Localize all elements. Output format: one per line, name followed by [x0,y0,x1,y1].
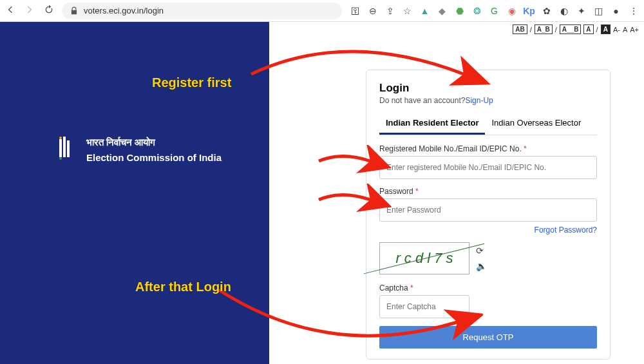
back-icon[interactable] [5,5,15,17]
ext9-icon[interactable]: ◐ [558,5,569,16]
ext1-icon[interactable]: ▲ [419,5,430,16]
captcha-input[interactable] [379,295,469,318]
accessibility-bar: AB/ A_B/ A__B A/ A A- A A+ [513,24,639,34]
signup-prompt: Do not have an account?Sign-Up [379,96,597,105]
svg-rect-0 [59,139,62,157]
captcha-image: r c d l 7 s [379,242,469,274]
a11y-decrease[interactable]: A- [613,26,620,34]
ext8-icon[interactable]: ✿ [541,5,552,16]
a11y-theme1[interactable]: A [583,24,593,34]
login-title: Login [379,82,597,95]
menu-icon[interactable]: ⋮ [628,5,639,16]
tab-overseas[interactable]: Indian Overseas Elector [485,113,587,135]
a11y-normal[interactable]: A [623,26,627,34]
signup-link[interactable]: Sign-Up [465,96,493,105]
key-icon[interactable]: ⚿ [350,5,361,16]
request-otp-button[interactable]: Request OTP [379,326,597,349]
svg-point-5 [59,157,62,160]
url-text: voters.eci.gov.in/login [84,6,164,15]
brand-english: Election Commission of India [86,152,222,163]
eci-logo-icon [58,137,77,160]
puzzle-icon[interactable]: ✦ [576,5,587,16]
ext3-icon[interactable]: ⬣ [454,5,465,16]
forward-icon[interactable] [24,5,35,17]
a11y-a_b[interactable]: A_B [535,24,553,34]
avatar-icon[interactable]: ● [611,5,621,16]
main-panel: AB/ A_B/ A__B A/ A A- A A+ Login Do not … [269,22,644,364]
share-icon[interactable]: ⇪ [384,5,395,16]
id-label: Registered Mobile No./Email ID/EPIC No. … [379,144,597,153]
browser-toolbar: voters.eci.gov.in/login ⚿ ⊖ ⇪ ☆ ▲ ◆ ⬣ ❂ … [0,0,644,22]
forgot-password-link[interactable]: Forgot Password? [535,225,597,235]
annotation-register: Register first [152,75,231,90]
star-icon[interactable]: ☆ [402,5,413,16]
zoom-icon[interactable]: ⊖ [367,5,378,16]
a11y-a__b[interactable]: A__B [560,24,582,34]
a11y-increase[interactable]: A+ [630,26,639,34]
a11y-theme2[interactable]: A [601,24,611,34]
reload-icon[interactable] [44,5,54,17]
ext4-icon[interactable]: ❂ [471,5,482,16]
lock-icon [70,6,79,15]
captcha-refresh-icon[interactable]: ⟳ [476,245,487,256]
svg-point-3 [59,137,62,139]
captcha-label: Captcha * [379,283,597,292]
window-icon[interactable]: ◫ [593,5,604,16]
ext6-icon[interactable]: ◉ [506,5,517,16]
ext5-icon[interactable]: G [489,5,500,16]
svg-rect-1 [63,137,66,157]
url-bar[interactable]: voters.eci.gov.in/login [62,3,342,19]
ext7-icon[interactable]: Kp [524,5,535,16]
tab-resident[interactable]: Indian Resident Elector [379,113,485,135]
password-label: Password * [379,187,597,196]
branding-panel: भारत निर्वाचन आयोग Election Commission o… [0,22,269,364]
a11y-ab[interactable]: AB [513,24,527,34]
annotation-after-login: After that Login [135,280,231,294]
svg-rect-2 [67,140,70,157]
password-input[interactable] [379,198,597,222]
brand-hindi: भारत निर्वाचन आयोग [86,137,222,148]
login-card: Login Do not have an account?Sign-Up Ind… [366,70,611,359]
extension-icons: ⚿ ⊖ ⇪ ☆ ▲ ◆ ⬣ ❂ G ◉ Kp ✿ ◐ ✦ ◫ ● ⋮ [350,5,639,16]
ext2-icon[interactable]: ◆ [437,5,448,16]
id-input[interactable] [379,156,597,179]
captcha-audio-icon[interactable]: 🔈 [476,261,487,271]
